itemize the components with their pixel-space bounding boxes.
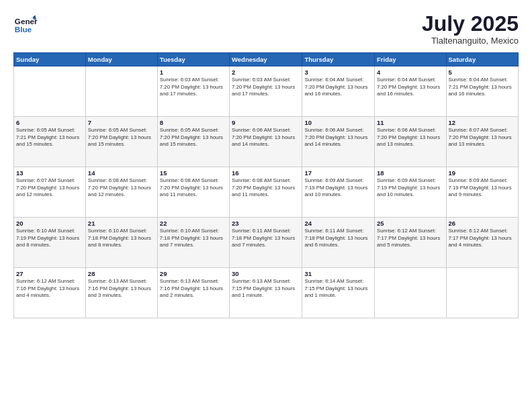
calendar-week-row: 20Sunrise: 6:10 AM Sunset: 7:19 PM Dayli… — [14, 218, 519, 268]
day-number: 5 — [449, 68, 516, 76]
calendar-table: Sunday Monday Tuesday Wednesday Thursday… — [13, 52, 519, 318]
table-row — [375, 268, 447, 318]
col-tuesday: Tuesday — [157, 53, 229, 66]
day-number: 26 — [449, 220, 516, 227]
col-thursday: Thursday — [302, 53, 375, 66]
day-number: 4 — [377, 68, 444, 76]
table-row: 24Sunrise: 6:11 AM Sunset: 7:18 PM Dayli… — [302, 218, 375, 268]
table-row: 1Sunrise: 6:03 AM Sunset: 7:20 PM Daylig… — [157, 66, 229, 117]
day-info: Sunrise: 6:05 AM Sunset: 7:21 PM Dayligh… — [16, 127, 83, 148]
table-row: 12Sunrise: 6:07 AM Sunset: 7:20 PM Dayli… — [446, 117, 518, 167]
table-row — [446, 268, 518, 318]
day-number: 14 — [88, 169, 155, 177]
day-info: Sunrise: 6:14 AM Sunset: 7:15 PM Dayligh… — [304, 278, 372, 300]
day-info: Sunrise: 6:13 AM Sunset: 7:16 PM Dayligh… — [160, 278, 227, 300]
day-info: Sunrise: 6:08 AM Sunset: 7:20 PM Dayligh… — [232, 177, 300, 199]
day-number: 17 — [304, 169, 372, 177]
day-info: Sunrise: 6:13 AM Sunset: 7:15 PM Dayligh… — [232, 278, 300, 300]
day-number: 10 — [304, 119, 372, 126]
table-row: 7Sunrise: 6:05 AM Sunset: 7:20 PM Daylig… — [85, 117, 157, 167]
day-number: 2 — [232, 68, 300, 76]
day-number: 20 — [16, 220, 83, 227]
day-info: Sunrise: 6:12 AM Sunset: 7:16 PM Dayligh… — [16, 278, 83, 300]
day-info: Sunrise: 6:11 AM Sunset: 7:18 PM Dayligh… — [304, 228, 372, 249]
day-info: Sunrise: 6:06 AM Sunset: 7:20 PM Dayligh… — [232, 127, 300, 148]
day-info: Sunrise: 6:04 AM Sunset: 7:20 PM Dayligh… — [304, 77, 372, 98]
day-number: 27 — [16, 270, 83, 277]
day-number: 9 — [232, 119, 300, 126]
day-info: Sunrise: 6:09 AM Sunset: 7:19 PM Dayligh… — [449, 177, 516, 199]
day-info: Sunrise: 6:10 AM Sunset: 7:19 PM Dayligh… — [16, 228, 83, 249]
day-number: 12 — [449, 119, 516, 126]
day-number: 29 — [160, 270, 227, 277]
table-row: 23Sunrise: 6:11 AM Sunset: 7:18 PM Dayli… — [230, 218, 302, 268]
day-number: 6 — [16, 119, 83, 126]
table-row: 8Sunrise: 6:05 AM Sunset: 7:20 PM Daylig… — [157, 117, 229, 167]
logo: General Blue — [13, 12, 39, 36]
day-number: 16 — [232, 169, 300, 177]
day-number: 30 — [232, 270, 300, 277]
calendar-week-row: 13Sunrise: 6:07 AM Sunset: 7:20 PM Dayli… — [14, 167, 519, 218]
table-row: 6Sunrise: 6:05 AM Sunset: 7:21 PM Daylig… — [14, 117, 86, 167]
table-row: 11Sunrise: 6:06 AM Sunset: 7:20 PM Dayli… — [375, 117, 447, 167]
table-row: 2Sunrise: 6:03 AM Sunset: 7:20 PM Daylig… — [230, 66, 302, 117]
day-info: Sunrise: 6:12 AM Sunset: 7:17 PM Dayligh… — [449, 228, 516, 249]
day-number: 18 — [377, 169, 444, 177]
day-info: Sunrise: 6:03 AM Sunset: 7:20 PM Dayligh… — [232, 77, 300, 98]
col-friday: Friday — [375, 53, 447, 66]
table-row — [85, 66, 157, 117]
table-row: 10Sunrise: 6:06 AM Sunset: 7:20 PM Dayli… — [302, 117, 375, 167]
day-info: Sunrise: 6:07 AM Sunset: 7:20 PM Dayligh… — [16, 177, 83, 199]
col-wednesday: Wednesday — [230, 53, 302, 66]
table-row: 18Sunrise: 6:09 AM Sunset: 7:19 PM Dayli… — [375, 167, 447, 218]
day-number: 25 — [377, 220, 444, 227]
col-monday: Monday — [85, 53, 157, 66]
day-number: 24 — [304, 220, 372, 227]
day-number: 3 — [304, 68, 372, 76]
col-saturday: Saturday — [446, 53, 518, 66]
table-row: 21Sunrise: 6:10 AM Sunset: 7:18 PM Dayli… — [85, 218, 157, 268]
day-info: Sunrise: 6:13 AM Sunset: 7:16 PM Dayligh… — [88, 278, 155, 300]
day-info: Sunrise: 6:08 AM Sunset: 7:20 PM Dayligh… — [88, 177, 155, 199]
table-row: 25Sunrise: 6:12 AM Sunset: 7:17 PM Dayli… — [375, 218, 447, 268]
day-info: Sunrise: 6:03 AM Sunset: 7:20 PM Dayligh… — [160, 77, 227, 98]
day-number: 23 — [232, 220, 300, 227]
table-row: 17Sunrise: 6:09 AM Sunset: 7:19 PM Dayli… — [302, 167, 375, 218]
table-row: 26Sunrise: 6:12 AM Sunset: 7:17 PM Dayli… — [446, 218, 518, 268]
day-number: 31 — [304, 270, 372, 277]
table-row: 28Sunrise: 6:13 AM Sunset: 7:16 PM Dayli… — [85, 268, 157, 318]
table-row: 4Sunrise: 6:04 AM Sunset: 7:20 PM Daylig… — [375, 66, 447, 117]
day-info: Sunrise: 6:04 AM Sunset: 7:21 PM Dayligh… — [449, 77, 516, 98]
day-number: 13 — [16, 169, 83, 177]
day-number: 7 — [88, 119, 155, 126]
table-row: 14Sunrise: 6:08 AM Sunset: 7:20 PM Dayli… — [85, 167, 157, 218]
day-info: Sunrise: 6:05 AM Sunset: 7:20 PM Dayligh… — [160, 127, 227, 148]
calendar-week-row: 27Sunrise: 6:12 AM Sunset: 7:16 PM Dayli… — [14, 268, 519, 318]
table-row: 29Sunrise: 6:13 AM Sunset: 7:16 PM Dayli… — [157, 268, 229, 318]
table-row: 20Sunrise: 6:10 AM Sunset: 7:19 PM Dayli… — [14, 218, 86, 268]
day-info: Sunrise: 6:07 AM Sunset: 7:20 PM Dayligh… — [449, 127, 516, 148]
calendar-week-row: 1Sunrise: 6:03 AM Sunset: 7:20 PM Daylig… — [14, 66, 519, 117]
location: Tlaltenanguito, Mexico — [422, 36, 519, 46]
table-row: 3Sunrise: 6:04 AM Sunset: 7:20 PM Daylig… — [302, 66, 375, 117]
logo-icon: General Blue — [13, 12, 38, 36]
col-sunday: Sunday — [14, 53, 86, 66]
day-number: 22 — [160, 220, 227, 227]
day-number: 11 — [377, 119, 444, 126]
table-row: 27Sunrise: 6:12 AM Sunset: 7:16 PM Dayli… — [14, 268, 86, 318]
table-row: 31Sunrise: 6:14 AM Sunset: 7:15 PM Dayli… — [302, 268, 375, 318]
page-header: General Blue July 2025 Tlaltenanguito, M… — [13, 12, 519, 46]
title-block: July 2025 Tlaltenanguito, Mexico — [422, 12, 519, 46]
day-info: Sunrise: 6:04 AM Sunset: 7:20 PM Dayligh… — [377, 77, 444, 98]
table-row — [14, 66, 86, 117]
day-info: Sunrise: 6:10 AM Sunset: 7:18 PM Dayligh… — [160, 228, 227, 249]
table-row: 5Sunrise: 6:04 AM Sunset: 7:21 PM Daylig… — [446, 66, 518, 117]
day-number: 15 — [160, 169, 227, 177]
day-info: Sunrise: 6:06 AM Sunset: 7:20 PM Dayligh… — [304, 127, 372, 148]
svg-text:Blue: Blue — [15, 25, 32, 34]
day-number: 19 — [449, 169, 516, 177]
day-info: Sunrise: 6:06 AM Sunset: 7:20 PM Dayligh… — [377, 127, 444, 148]
day-number: 1 — [160, 68, 227, 76]
table-row: 19Sunrise: 6:09 AM Sunset: 7:19 PM Dayli… — [446, 167, 518, 218]
day-number: 8 — [160, 119, 227, 126]
